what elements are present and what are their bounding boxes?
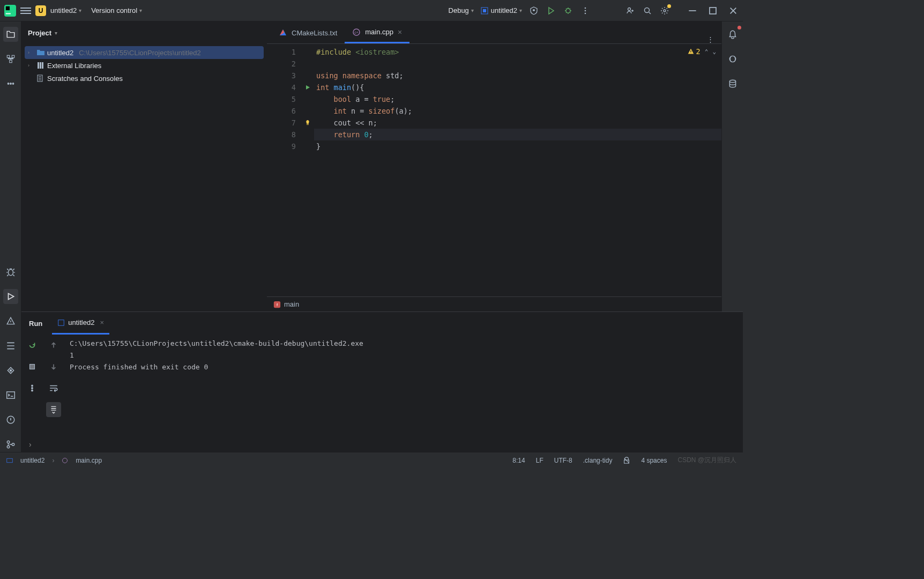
- next-highlight-icon[interactable]: ⌄: [712, 48, 716, 55]
- tab-cmakelists[interactable]: CMakeLists.txt: [271, 22, 345, 43]
- folder-icon: [36, 48, 45, 57]
- output-line: C:\Users\15755\CLionProjects\untitled2\c…: [70, 338, 737, 350]
- right-tool-rail: [721, 21, 743, 311]
- svg-point-19: [8, 270, 13, 276]
- warning-badge[interactable]: 2: [687, 47, 701, 56]
- svg-point-17: [10, 83, 11, 85]
- vcs-label: Version control: [91, 6, 137, 14]
- line-ending[interactable]: LF: [536, 457, 543, 464]
- stop-icon[interactable]: [25, 359, 40, 374]
- tree-row-external-libraries[interactable]: › External Libraries: [25, 59, 264, 72]
- scratches-icon: [36, 74, 45, 83]
- svg-point-9: [628, 8, 631, 10]
- project-switcher[interactable]: untitled2▾: [50, 6, 81, 14]
- window-minimize-icon[interactable]: [687, 5, 698, 16]
- tab-label: CMakeLists.txt: [292, 29, 337, 37]
- more-tools-icon[interactable]: [3, 76, 18, 91]
- indent-status[interactable]: 4 spaces: [641, 457, 667, 464]
- svg-point-16: [8, 83, 9, 85]
- window-maximize-icon[interactable]: [707, 5, 718, 16]
- svg-point-42: [63, 458, 68, 463]
- run-config-debug[interactable]: Debug▾: [449, 6, 474, 14]
- tab-main-cpp[interactable]: c+ main.cpp ×: [345, 22, 409, 43]
- terminal-tool-icon[interactable]: [3, 388, 18, 403]
- target-selector[interactable]: untitled2▾: [480, 6, 522, 15]
- target-icon: [57, 319, 65, 326]
- notifications-icon[interactable]: [725, 27, 740, 42]
- chevron-down-icon: ▾: [79, 8, 81, 13]
- run-tool-icon[interactable]: [3, 289, 18, 304]
- svg-rect-15: [9, 60, 12, 63]
- more-icon[interactable]: [25, 381, 40, 396]
- watermark: CSDN @沉月照归人: [677, 456, 736, 465]
- tab-label: main.cpp: [365, 28, 393, 36]
- more-icon[interactable]: [580, 5, 591, 16]
- svg-point-11: [664, 10, 666, 12]
- debug-tool-icon[interactable]: [3, 264, 18, 279]
- file-encoding[interactable]: UTF-8: [554, 457, 572, 464]
- editor-breadcrumb: f main: [267, 296, 721, 311]
- scroll-to-end-icon[interactable]: [46, 402, 61, 417]
- tree-label: untitled2: [47, 49, 73, 57]
- svg-point-10: [645, 8, 650, 12]
- debug-icon[interactable]: [563, 5, 573, 16]
- cpp-file-icon: c+: [352, 28, 361, 36]
- chevron-right-icon[interactable]: ›: [28, 50, 34, 55]
- run-tab-untitled2[interactable]: untitled2 ×: [52, 312, 109, 335]
- status-project[interactable]: untitled2: [20, 457, 44, 464]
- tab-more-icon[interactable]: ⋮: [699, 35, 721, 43]
- svg-point-35: [729, 80, 735, 83]
- window-close-icon[interactable]: [728, 5, 739, 16]
- down-icon[interactable]: [46, 359, 61, 374]
- ai-assistant-icon[interactable]: [725, 51, 740, 66]
- svg-rect-14: [12, 55, 14, 58]
- problems-tool-icon[interactable]: [3, 412, 18, 427]
- svg-rect-28: [42, 62, 43, 69]
- soft-wrap-icon[interactable]: [46, 381, 61, 396]
- up-icon[interactable]: [46, 338, 61, 353]
- tree-row-scratches[interactable]: Scratches and Consoles: [25, 72, 264, 85]
- breadcrumb-label[interactable]: main: [284, 300, 299, 308]
- services-tool-icon[interactable]: [3, 363, 18, 378]
- run-icon[interactable]: [546, 5, 556, 16]
- svg-rect-36: [58, 320, 64, 325]
- todo-tool-icon[interactable]: [3, 338, 18, 353]
- structure-tool-icon[interactable]: [3, 51, 18, 66]
- main-menu-icon[interactable]: [20, 5, 31, 16]
- build-icon[interactable]: [528, 5, 539, 16]
- rerun-icon[interactable]: [25, 338, 40, 353]
- code-editor[interactable]: 123456789 #include <iostream>using names…: [267, 44, 721, 296]
- cursor-position[interactable]: 8:14: [512, 457, 525, 464]
- settings-icon[interactable]: [659, 5, 670, 16]
- project-tool-icon[interactable]: [3, 27, 18, 42]
- code-content[interactable]: #include <iostream>using namespace std;i…: [314, 44, 721, 296]
- chevron-right-icon[interactable]: ›: [28, 63, 34, 68]
- code-with-me-icon[interactable]: [625, 5, 636, 16]
- search-icon[interactable]: [642, 5, 653, 16]
- run-gutter-icon[interactable]: [304, 84, 311, 91]
- run-output[interactable]: C:\Users\15755\CLionProjects\untitled2\c…: [64, 335, 743, 437]
- svg-point-8: [585, 12, 586, 14]
- chevron-down-icon: ▾: [139, 8, 142, 13]
- status-file[interactable]: main.cpp: [76, 457, 102, 464]
- intention-bulb-icon[interactable]: [304, 120, 311, 126]
- chevron-down-icon[interactable]: ▾: [55, 30, 57, 36]
- tree-row-project-root[interactable]: › untitled2 C:\Users\15755\CLionProjects…: [25, 46, 264, 59]
- vcs-widget[interactable]: Version control▾: [91, 6, 142, 14]
- prev-highlight-icon[interactable]: ⌃: [705, 48, 709, 55]
- run-panel-title: Run: [29, 320, 42, 328]
- svg-point-39: [32, 388, 33, 389]
- vcs-tool-icon[interactable]: [3, 437, 18, 452]
- chevron-right-icon[interactable]: ›: [29, 440, 32, 449]
- database-tool-icon[interactable]: [725, 76, 740, 91]
- svg-rect-2: [6, 13, 11, 14]
- linter-status[interactable]: .clang-tidy: [583, 457, 613, 464]
- close-icon[interactable]: ×: [100, 318, 104, 326]
- close-icon[interactable]: ×: [398, 28, 402, 36]
- readonly-icon[interactable]: [623, 457, 630, 464]
- svg-point-18: [12, 83, 14, 85]
- cpp-file-icon: [62, 457, 68, 464]
- svg-rect-13: [7, 55, 10, 58]
- cmake-tool-icon[interactable]: [3, 314, 18, 329]
- svg-rect-37: [30, 365, 35, 369]
